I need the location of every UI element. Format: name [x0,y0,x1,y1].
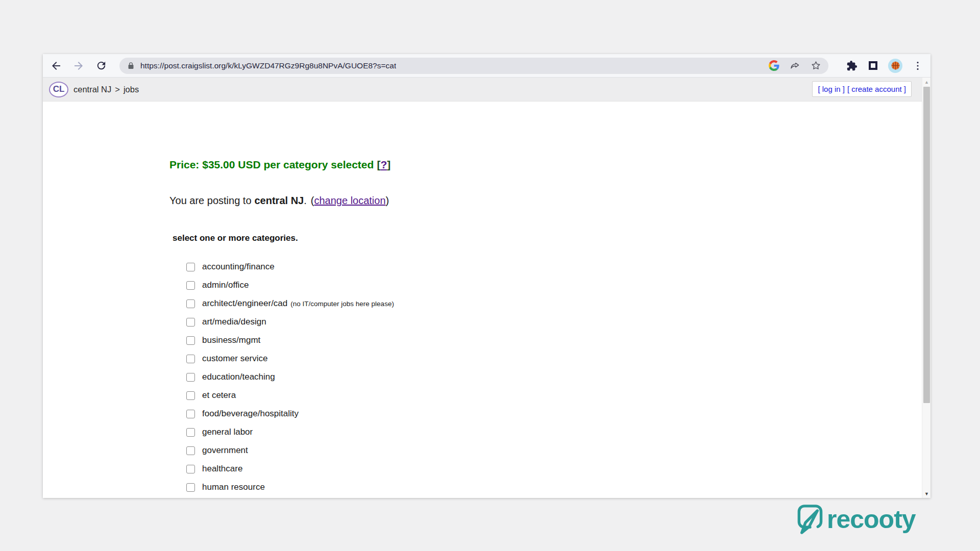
category-label[interactable]: customer service [202,354,267,364]
forward-icon[interactable] [72,60,85,72]
category-label[interactable]: general labor [202,427,253,437]
category-checkbox[interactable] [186,465,195,473]
price-help-link[interactable]: ? [380,159,387,170]
category-label[interactable]: food/beverage/hospitality [202,409,299,419]
breadcrumb-location[interactable]: central NJ [74,85,111,94]
category-label[interactable]: education/teaching [202,372,275,382]
category-row[interactable]: business/mgmt [186,331,394,349]
categories-list: accounting/finance admin/office architec… [186,258,394,496]
recooty-logo-icon [796,503,824,536]
extensions-puzzle-icon[interactable] [846,60,857,71]
category-row[interactable]: admin/office [186,276,394,294]
category-checkbox[interactable] [186,318,195,327]
category-checkbox[interactable] [186,263,195,271]
category-row[interactable]: art/media/design [186,313,394,331]
category-row[interactable]: food/beverage/hospitality [186,405,394,423]
category-checkbox[interactable] [186,428,195,437]
category-label[interactable]: architect/engineer/cad [202,298,287,309]
desktop-background: { "browser": { "toolbar": { "url": "http… [0,0,980,551]
category-label[interactable]: admin/office [202,280,249,290]
category-checkbox[interactable] [186,391,195,400]
category-checkbox[interactable] [186,336,195,345]
category-checkbox[interactable] [186,355,195,363]
scrollbar-up-icon[interactable]: ▲ [922,78,931,86]
price-line: Price: $35.00 USD per category selected[… [169,159,390,171]
category-label[interactable]: healthcare [202,464,242,474]
basketball-icon [890,60,901,71]
google-g-icon[interactable] [769,60,779,71]
category-row[interactable]: customer service [186,349,394,368]
category-label[interactable]: et cetera [202,390,236,400]
paren-close: ) [386,195,389,206]
category-row[interactable]: architect/engineer/cad(no IT/computer jo… [186,294,394,313]
back-icon[interactable] [50,60,62,72]
category-checkbox[interactable] [186,483,195,492]
change-location-link[interactable]: change location [314,195,385,206]
posting-period: . [304,195,307,206]
category-label[interactable]: accounting/finance [202,262,275,272]
breadcrumb-separator: > [115,85,120,94]
scrollbar-down-icon[interactable]: ▼ [922,489,931,498]
category-row[interactable]: education/teaching [186,368,394,386]
category-row[interactable]: accounting/finance [186,258,394,276]
category-checkbox[interactable] [186,410,195,418]
browser-toolbar: https://post.craigslist.org/k/kLyGWZD47R… [43,54,930,78]
url-text[interactable]: https://post.craigslist.org/k/kLyGWZD47R… [140,61,396,70]
category-label[interactable]: business/mgmt [202,335,260,345]
breadcrumb-section[interactable]: jobs [124,85,139,94]
auth-box: [ log in ][ create account ] [812,81,912,97]
lock-icon [127,61,135,70]
browser-window: https://post.craigslist.org/k/kLyGWZD47R… [43,54,930,498]
posting-location: central NJ [255,195,304,206]
price-text: Price: $35.00 USD per category selected [169,159,374,170]
category-note: (no IT/computer jobs here please) [290,300,394,308]
category-checkbox[interactable] [186,281,195,290]
create-account-link[interactable]: [ create account ] [847,85,906,93]
breadcrumb-bar: CL central NJ>jobs [ log in ][ create ac… [43,78,922,102]
posting-line: You are posting tocentral NJ.(change loc… [169,195,389,207]
address-bar[interactable]: https://post.craigslist.org/k/kLyGWZD47R… [119,58,828,74]
help-bracket-close: ] [387,159,390,170]
breadcrumb: central NJ>jobs [74,85,139,94]
category-checkbox[interactable] [186,446,195,455]
reload-icon[interactable] [95,60,107,72]
category-row[interactable]: et cetera [186,386,394,405]
category-checkbox[interactable] [186,299,195,308]
category-checkbox[interactable] [186,373,195,382]
category-row[interactable]: government [186,441,394,460]
menu-dots-icon[interactable] [912,60,923,71]
login-link[interactable]: [ log in ] [818,85,845,93]
category-label[interactable]: human resource [202,482,265,492]
profile-avatar[interactable] [888,59,902,73]
category-label[interactable]: government [202,445,248,456]
craigslist-logo[interactable]: CL [49,82,68,97]
category-row[interactable]: human resource [186,478,394,496]
bookmark-star-icon[interactable] [811,60,821,71]
scrollbar-thumb[interactable] [923,87,930,403]
page-content: Price: $35.00 USD per category selected[… [43,102,922,498]
page-scrollbar[interactable]: ▲ ▼ [922,78,930,498]
recooty-watermark: recooty [796,503,916,536]
share-icon[interactable] [790,60,800,71]
posting-prefix: You are posting to [169,195,252,206]
category-row[interactable]: general labor [186,423,394,441]
category-label[interactable]: art/media/design [202,317,266,327]
recooty-wordmark: recooty [827,505,916,534]
categories-header: select one or more categories. [173,233,298,243]
category-row[interactable]: healthcare [186,460,394,478]
tab-square-icon[interactable] [867,60,878,71]
